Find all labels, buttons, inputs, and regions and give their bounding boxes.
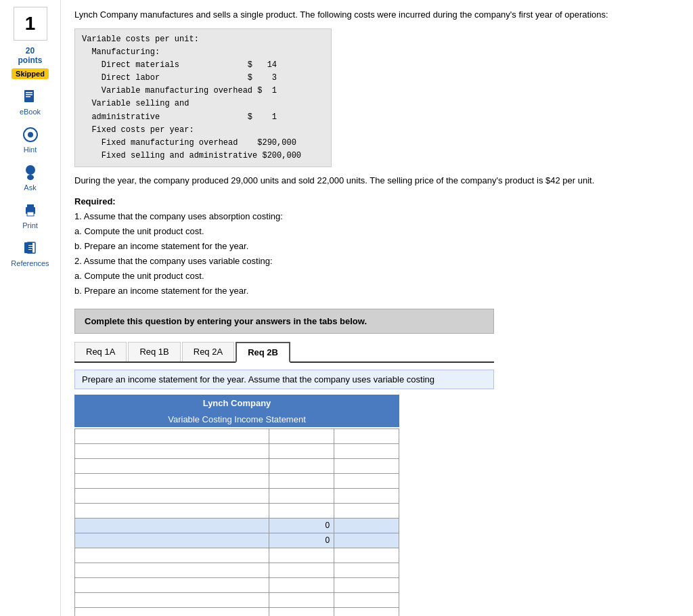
main-container: 1 20 points Skipped eBook	[0, 0, 693, 616]
row11-amount[interactable]	[273, 580, 330, 590]
row13-total[interactable]	[338, 610, 395, 616]
row10-label[interactable]	[79, 565, 265, 575]
svg-rect-1	[26, 92, 32, 93]
row9-total[interactable]	[338, 550, 395, 560]
sidebar: 1 20 points Skipped eBook	[0, 0, 61, 616]
required-item-5: a. Compute the unit product cost.	[74, 271, 204, 281]
svg-point-7	[27, 175, 34, 180]
statement-title: Lynch Company	[74, 395, 399, 412]
row8-amount[interactable]	[273, 535, 330, 545]
row12-total[interactable]	[338, 595, 395, 604]
row5-amount[interactable]	[273, 491, 330, 500]
row12-label[interactable]	[79, 595, 265, 604]
ask-label: Ask	[24, 183, 36, 192]
sidebar-item-print[interactable]: Print	[21, 201, 40, 229]
svg-rect-2	[26, 94, 32, 95]
complete-banner: Complete this question by entering your …	[74, 309, 494, 334]
table-row	[75, 428, 399, 443]
ask-icon	[21, 163, 40, 182]
svg-rect-3	[26, 96, 30, 97]
sidebar-item-ebook[interactable]: eBook	[20, 87, 41, 116]
row4-amount[interactable]	[273, 476, 330, 485]
skipped-badge: Skipped	[12, 68, 49, 79]
row4-total[interactable]	[338, 476, 395, 485]
row3-amount[interactable]	[273, 461, 330, 470]
required-section: Required: 1. Assume that the company use…	[74, 194, 679, 299]
svg-rect-13	[28, 245, 33, 246]
row8-label[interactable]	[79, 535, 265, 545]
required-item-6: b. Prepare an income statement for the y…	[74, 286, 248, 296]
references-icon	[20, 239, 39, 258]
row1-label[interactable]	[79, 431, 265, 441]
table-row	[75, 592, 399, 607]
print-icon	[21, 201, 40, 220]
additional-text: During the year, the company produced 29…	[74, 174, 679, 188]
tab-req2b[interactable]: Req 2B	[236, 342, 290, 363]
svg-rect-10	[27, 212, 34, 216]
row10-total[interactable]	[338, 565, 395, 575]
content-area: Lynch Company manufactures and sells a s…	[61, 0, 693, 616]
table-row	[75, 503, 399, 518]
row12-amount[interactable]	[273, 595, 330, 604]
sidebar-item-hint[interactable]: Hint	[21, 125, 40, 154]
row3-label[interactable]	[79, 461, 265, 470]
svg-rect-9	[27, 204, 34, 208]
row13-label[interactable]	[79, 610, 265, 616]
svg-point-6	[26, 165, 35, 175]
tab-req1b[interactable]: Req 1B	[128, 342, 180, 361]
hint-label: Hint	[24, 146, 37, 154]
question-number: 1	[14, 7, 47, 41]
tabs-row: Req 1A Req 1B Req 2A Req 2B	[74, 342, 494, 363]
svg-rect-14	[28, 247, 33, 248]
row11-label[interactable]	[79, 580, 265, 590]
row9-label[interactable]	[79, 550, 265, 560]
table-row	[75, 533, 399, 548]
row2-amount[interactable]	[273, 446, 330, 456]
row7-label[interactable]	[79, 521, 265, 530]
sidebar-item-ask[interactable]: Ask	[21, 163, 40, 192]
row5-total[interactable]	[338, 491, 395, 500]
references-label: References	[11, 259, 49, 267]
table-row	[75, 563, 399, 577]
table-row	[75, 473, 399, 488]
row8-total[interactable]	[338, 535, 395, 545]
svg-point-5	[28, 132, 33, 137]
row3-total[interactable]	[338, 461, 395, 470]
income-statement: Lynch Company Variable Costing Income St…	[74, 395, 399, 616]
row11-total[interactable]	[338, 580, 395, 590]
row6-total[interactable]	[338, 506, 395, 515]
row10-amount[interactable]	[273, 565, 330, 575]
row1-amount[interactable]	[273, 431, 330, 441]
table-row	[75, 458, 399, 473]
row5-label[interactable]	[79, 491, 265, 500]
required-label: Required:	[74, 196, 116, 206]
row6-amount[interactable]	[273, 506, 330, 515]
print-label: Print	[22, 221, 38, 229]
sidebar-item-references[interactable]: References	[11, 239, 49, 267]
ebook-icon	[20, 87, 39, 106]
table-row	[75, 548, 399, 563]
row2-label[interactable]	[79, 446, 265, 456]
table-row	[75, 443, 399, 458]
hint-icon	[21, 125, 40, 144]
required-item-2: a. Compute the unit product cost.	[74, 226, 204, 236]
tab-req1a[interactable]: Req 1A	[74, 342, 127, 361]
tab-req2a[interactable]: Req 2A	[182, 342, 234, 361]
cost-table-content: Variable costs per unit: Manufacturing: …	[82, 33, 324, 163]
required-item-1: 1. Assume that the company uses absorpti…	[74, 211, 283, 221]
cost-table: Variable costs per unit: Manufacturing: …	[74, 28, 332, 168]
ebook-label: eBook	[20, 108, 41, 116]
row6-label[interactable]	[79, 506, 265, 515]
table-row	[75, 518, 399, 533]
statement-subtitle: Variable Costing Income Statement	[74, 412, 399, 427]
statement-table: $	[74, 428, 399, 616]
row2-total[interactable]	[338, 446, 395, 456]
row1-total[interactable]	[338, 431, 395, 441]
row13-amount[interactable]	[273, 610, 330, 616]
row9-amount[interactable]	[273, 550, 330, 560]
row4-label[interactable]	[79, 476, 265, 485]
table-row	[75, 607, 399, 616]
row7-amount[interactable]	[273, 521, 330, 530]
row7-total[interactable]	[338, 521, 395, 530]
points-label: 20 points	[18, 46, 43, 66]
